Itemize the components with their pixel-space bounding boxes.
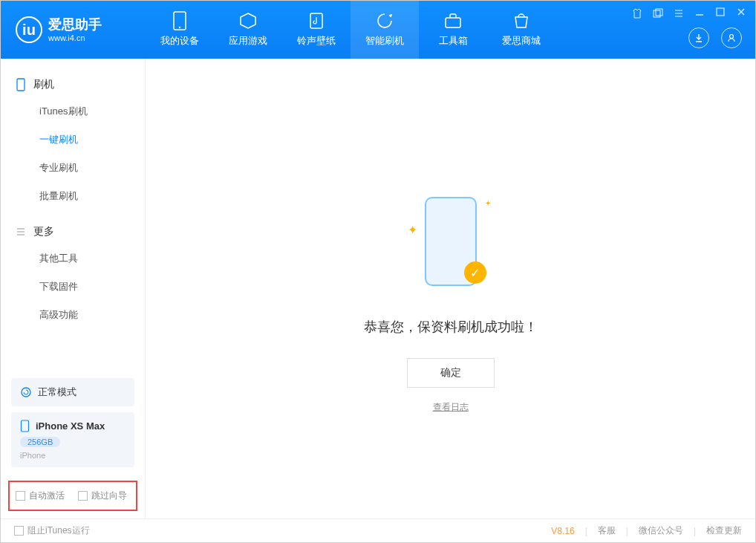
nav-label: 爱思商城 bbox=[502, 34, 541, 48]
svg-point-1 bbox=[179, 27, 180, 28]
nav-tab-flash[interactable]: 智能刷机 bbox=[351, 1, 419, 59]
toolbox-icon bbox=[444, 12, 462, 30]
maximize-button[interactable] bbox=[715, 7, 726, 20]
titlebar: iu 爱思助手 www.i4.cn 我的设备 应用游戏 铃声壁纸 智能刷机 工具… bbox=[1, 1, 755, 59]
nav-tab-device[interactable]: 我的设备 bbox=[146, 1, 214, 59]
svg-rect-3 bbox=[446, 18, 460, 27]
sidebar-item-other-tools[interactable]: 其他工具 bbox=[1, 244, 145, 273]
sparkle-icon: ✦ bbox=[408, 223, 417, 237]
nav-tab-store[interactable]: 爱思商城 bbox=[487, 1, 555, 59]
ringtone-icon bbox=[307, 12, 325, 30]
list-icon bbox=[16, 227, 26, 237]
device-box[interactable]: iPhone XS Max 256GB iPhone bbox=[11, 412, 134, 467]
checkbox-label: 阻止iTunes运行 bbox=[27, 524, 90, 537]
highlighted-checkboxes: 自动激活 跳过向导 bbox=[8, 481, 137, 511]
svg-point-9 bbox=[22, 388, 30, 397]
sidebar-group-more: 更多 bbox=[1, 219, 145, 244]
checkbox-label: 跳过向导 bbox=[91, 490, 127, 502]
nav-tabs: 我的设备 应用游戏 铃声壁纸 智能刷机 工具箱 爱思商城 bbox=[146, 1, 555, 59]
app-subtitle: www.i4.cn bbox=[48, 33, 102, 42]
sidebar-item-itunes-flash[interactable]: iTunes刷机 bbox=[1, 97, 145, 126]
mode-label: 正常模式 bbox=[38, 386, 76, 399]
app-logo-icon: iu bbox=[16, 16, 42, 43]
window-cascade-icon[interactable] bbox=[653, 8, 663, 19]
checkmark-badge-icon: ✓ bbox=[464, 261, 486, 284]
sidebar-item-pro-flash[interactable]: 专业刷机 bbox=[1, 154, 145, 182]
device-storage-badge: 256GB bbox=[20, 437, 60, 447]
footer-link-wechat[interactable]: 微信公众号 bbox=[639, 524, 683, 537]
device-name: iPhone XS Max bbox=[36, 420, 105, 432]
device-icon bbox=[171, 12, 189, 30]
refresh-icon bbox=[20, 386, 32, 398]
store-icon bbox=[512, 12, 530, 30]
ok-button[interactable]: 确定 bbox=[407, 358, 495, 388]
sidebar-item-batch-flash[interactable]: 批量刷机 bbox=[1, 182, 145, 210]
checkbox-icon bbox=[78, 491, 88, 501]
sparkle-icon: ✦ bbox=[485, 199, 491, 207]
menu-icon[interactable] bbox=[674, 8, 684, 19]
sidebar-item-download-firmware[interactable]: 下载固件 bbox=[1, 273, 145, 301]
footer-link-support[interactable]: 客服 bbox=[598, 524, 616, 537]
nav-label: 智能刷机 bbox=[365, 34, 404, 48]
nav-label: 铃声壁纸 bbox=[297, 34, 336, 48]
flash-icon bbox=[376, 12, 394, 30]
nav-tab-toolbox[interactable]: 工具箱 bbox=[419, 1, 487, 59]
device-type: iPhone bbox=[20, 451, 126, 460]
phone-icon bbox=[16, 78, 26, 91]
nav-tab-ringtones[interactable]: 铃声壁纸 bbox=[282, 1, 351, 59]
phone-icon bbox=[20, 420, 30, 432]
svg-rect-10 bbox=[22, 420, 29, 432]
checkbox-skip-setup[interactable]: 跳过向导 bbox=[78, 490, 127, 502]
version-label: V8.16 bbox=[551, 526, 574, 536]
user-icon[interactable] bbox=[721, 27, 742, 48]
checkbox-block-itunes[interactable]: 阻止iTunes运行 bbox=[14, 524, 90, 537]
success-illustration: ✦ ✦ ✓ bbox=[406, 193, 495, 297]
footer-link-update[interactable]: 检查更新 bbox=[706, 524, 742, 537]
sidebar-item-advanced[interactable]: 高级功能 bbox=[1, 301, 145, 329]
svg-point-7 bbox=[730, 35, 734, 39]
mode-box[interactable]: 正常模式 bbox=[11, 378, 134, 406]
logo-area: iu 爱思助手 www.i4.cn bbox=[1, 16, 146, 43]
apps-icon bbox=[239, 12, 257, 30]
svg-rect-5 bbox=[656, 9, 662, 16]
svg-rect-8 bbox=[17, 79, 25, 91]
nav-label: 我的设备 bbox=[160, 34, 199, 48]
main-content: ✦ ✦ ✓ 恭喜您，保资料刷机成功啦！ 确定 查看日志 bbox=[146, 59, 755, 518]
view-log-link[interactable]: 查看日志 bbox=[433, 401, 469, 414]
close-button[interactable] bbox=[736, 7, 746, 20]
window-controls bbox=[632, 7, 746, 20]
nav-tab-apps[interactable]: 应用游戏 bbox=[214, 1, 282, 59]
checkbox-icon bbox=[16, 491, 25, 501]
sidebar-group-flash: 刷机 bbox=[1, 72, 145, 97]
app-title: 爱思助手 bbox=[48, 17, 102, 33]
svg-rect-4 bbox=[654, 10, 660, 17]
checkbox-label: 自动激活 bbox=[29, 490, 65, 502]
sidebar-item-oneclick-flash[interactable]: 一键刷机 bbox=[1, 126, 145, 154]
success-message: 恭喜您，保资料刷机成功啦！ bbox=[364, 318, 538, 336]
svg-rect-6 bbox=[717, 8, 724, 16]
nav-label: 工具箱 bbox=[439, 34, 468, 48]
download-icon[interactable] bbox=[688, 27, 709, 48]
checkbox-icon bbox=[14, 526, 24, 536]
minimize-button[interactable] bbox=[694, 7, 705, 20]
nav-label: 应用游戏 bbox=[229, 34, 267, 48]
statusbar: 阻止iTunes运行 V8.16 | 客服 | 微信公众号 | 检查更新 bbox=[1, 518, 755, 542]
sidebar: 刷机 iTunes刷机 一键刷机 专业刷机 批量刷机 更多 其他工具 下载固件 … bbox=[1, 59, 146, 518]
checkbox-auto-activate[interactable]: 自动激活 bbox=[16, 490, 65, 502]
shirt-icon[interactable] bbox=[632, 8, 642, 19]
